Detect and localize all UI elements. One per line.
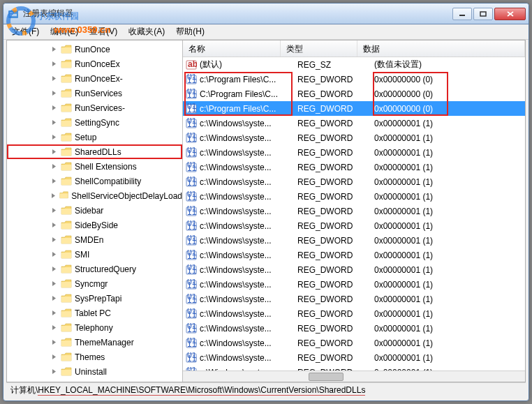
tree-item[interactable]: Setup xyxy=(7,130,182,144)
expand-icon[interactable] xyxy=(50,221,58,229)
list-row[interactable]: 011110c:\Windows\syste...REG_DWORD0x0000… xyxy=(183,306,525,321)
col-name[interactable]: 名称 xyxy=(183,40,281,57)
expand-icon[interactable] xyxy=(50,265,58,273)
statusbar: 计算机\HKEY_LOCAL_MACHINE\SOFTWARE\Microsof… xyxy=(6,382,526,398)
list-row[interactable]: 011110c:\Windows\syste...REG_DWORD0x0000… xyxy=(183,321,525,336)
tree-item[interactable]: SharedDLLs xyxy=(7,144,182,159)
expand-icon[interactable] xyxy=(50,163,58,170)
tree-label: Themes xyxy=(75,352,105,362)
tree-item[interactable]: RunOnceEx xyxy=(7,57,182,71)
expand-icon[interactable] xyxy=(50,45,58,53)
svg-rect-8 xyxy=(480,12,486,16)
tree-item[interactable]: RunServices- xyxy=(7,100,182,115)
list-scrollbar[interactable] xyxy=(183,371,525,382)
list-row[interactable]: 011110c:\Windows\syste...REG_DWORD0x0000… xyxy=(183,174,525,189)
list-row[interactable]: 011110c:\Windows\syste...REG_DWORD0x0000… xyxy=(183,336,525,350)
list-row[interactable]: 011110c:\Windows\syste...REG_DWORD0x0000… xyxy=(183,160,525,174)
tree-item[interactable]: RunServices xyxy=(7,86,182,100)
tree-label: Telephony xyxy=(75,323,113,333)
cell-name: c:\Windows\syste... xyxy=(200,324,295,334)
list-row[interactable]: 011110c:\Windows\syste...REG_DWORD0x0000… xyxy=(183,277,525,292)
menu-item[interactable]: 帮助(H) xyxy=(170,24,210,39)
list-row[interactable]: 011110c:\Windows\syste...REG_DWORD0x0000… xyxy=(183,233,525,248)
tree-item[interactable]: Tablet PC xyxy=(7,306,182,320)
expand-icon[interactable] xyxy=(50,338,58,346)
list-row[interactable]: 011110c:\Windows\syste...REG_DWORD0x0000… xyxy=(183,365,525,371)
tree-label: Tablet PC xyxy=(75,308,111,318)
list-row[interactable]: 011110C:\Program Files\C...REG_DWORD0x00… xyxy=(183,87,525,101)
titlebar[interactable]: 注册表编辑器 xyxy=(3,3,529,24)
tree-item[interactable]: ShellCompatibility xyxy=(7,174,182,188)
tree-item[interactable]: SMDEn xyxy=(7,232,182,247)
expand-icon[interactable] xyxy=(50,89,58,97)
list-row[interactable]: 011110c:\Windows\syste...REG_DWORD0x0000… xyxy=(183,218,525,233)
expand-icon[interactable] xyxy=(50,353,58,361)
list-row[interactable]: ab(默认)REG_SZ(数值未设置) xyxy=(183,57,525,72)
expand-icon[interactable] xyxy=(50,294,58,302)
tree-item[interactable]: Themes xyxy=(7,350,182,364)
list-row[interactable]: 011110c:\Windows\syste...REG_DWORD0x0000… xyxy=(183,248,525,262)
expand-icon[interactable] xyxy=(50,236,58,244)
list-header[interactable]: 名称 类型 数据 xyxy=(183,40,525,57)
expand-icon[interactable] xyxy=(50,192,57,200)
tree-item[interactable]: Syncmgr xyxy=(7,276,182,291)
cell-name: c:\Windows\syste... xyxy=(200,221,295,231)
tree-item[interactable]: Telephony xyxy=(7,320,182,335)
expand-icon[interactable] xyxy=(50,207,58,214)
list-row[interactable]: 011110c:\Program Files\C...REG_DWORD0x00… xyxy=(183,72,525,87)
tree-item[interactable]: Uninstall xyxy=(7,364,182,379)
dword-icon: 011110 xyxy=(186,264,197,276)
tree-label: SysPrepTapi xyxy=(75,294,121,304)
tree-label: Setup xyxy=(75,133,96,142)
list-body[interactable]: ab(默认)REG_SZ(数值未设置)011110c:\Program File… xyxy=(183,57,525,371)
tree-item[interactable]: URL xyxy=(7,379,182,382)
tree-item[interactable]: SMI xyxy=(7,247,182,262)
tree-item[interactable]: SideBySide xyxy=(7,218,182,232)
col-data[interactable]: 数据 xyxy=(357,40,525,57)
col-type[interactable]: 类型 xyxy=(281,40,357,57)
expand-icon[interactable] xyxy=(50,309,58,317)
list-row[interactable]: 011110c:\Windows\syste...REG_DWORD0x0000… xyxy=(183,116,525,130)
tree-item[interactable]: RunOnce xyxy=(7,42,182,57)
expand-icon[interactable] xyxy=(50,119,58,126)
expand-icon[interactable] xyxy=(50,324,58,331)
folder-icon xyxy=(61,45,72,54)
tree-item[interactable]: ShellServiceObjectDelayLoad xyxy=(7,188,182,203)
cell-name: c:\Windows\syste... xyxy=(200,294,295,304)
tree-item[interactable]: Sidebar xyxy=(7,203,182,218)
tree-item[interactable]: ThemeManager xyxy=(7,335,182,350)
list-row[interactable]: 011110c:\Windows\syste...REG_DWORD0x0000… xyxy=(183,204,525,218)
list-row[interactable]: 011110c:\Windows\syste...REG_DWORD0x0000… xyxy=(183,350,525,365)
expand-icon[interactable] xyxy=(50,250,58,258)
tree-item[interactable]: Shell Extensions xyxy=(7,159,182,174)
list-row[interactable]: 011110c:\Windows\syste...REG_DWORD0x0000… xyxy=(183,189,525,204)
folder-icon xyxy=(61,308,72,318)
expand-icon[interactable] xyxy=(50,177,58,185)
tree-item[interactable]: RunOnceEx- xyxy=(7,71,182,86)
list-row[interactable]: 011110c:\Windows\syste...REG_DWORD0x0000… xyxy=(183,145,525,160)
tree-label: StructuredQuery xyxy=(75,264,136,274)
expand-icon[interactable] xyxy=(50,280,58,287)
tree-label: Syncmgr xyxy=(75,279,108,289)
close-button[interactable] xyxy=(494,8,526,20)
tree-item[interactable]: SysPrepTapi xyxy=(7,291,182,306)
menu-item[interactable]: 收藏夹(A) xyxy=(123,24,170,39)
maximize-button[interactable] xyxy=(473,8,493,20)
list-row[interactable]: 011110c:\Windows\syste...REG_DWORD0x0000… xyxy=(183,130,525,145)
list-row[interactable]: 011110c:\Windows\syste...REG_DWORD0x0000… xyxy=(183,292,525,306)
expand-icon[interactable] xyxy=(50,104,58,112)
cell-data: 0x00000000 (0) xyxy=(371,89,525,99)
minimize-button[interactable] xyxy=(452,8,472,20)
expand-icon[interactable] xyxy=(50,148,58,156)
cell-name: c:\Windows\syste... xyxy=(200,368,295,371)
expand-icon[interactable] xyxy=(50,133,58,141)
tree-item[interactable]: StructuredQuery xyxy=(7,262,182,276)
expand-icon[interactable] xyxy=(50,60,58,68)
expand-icon[interactable] xyxy=(50,75,58,82)
tree-item[interactable]: SettingSync xyxy=(7,115,182,130)
tree-pane[interactable]: RunOnceRunOnceExRunOnceEx-RunServicesRun… xyxy=(7,40,183,382)
list-row[interactable]: 011110c:\Program Files\C...REG_DWORD0x00… xyxy=(183,101,525,116)
expand-icon[interactable] xyxy=(50,368,58,375)
menu-item[interactable]: 文件(F) xyxy=(6,24,45,39)
list-row[interactable]: 011110c:\Windows\syste...REG_DWORD0x0000… xyxy=(183,262,525,277)
